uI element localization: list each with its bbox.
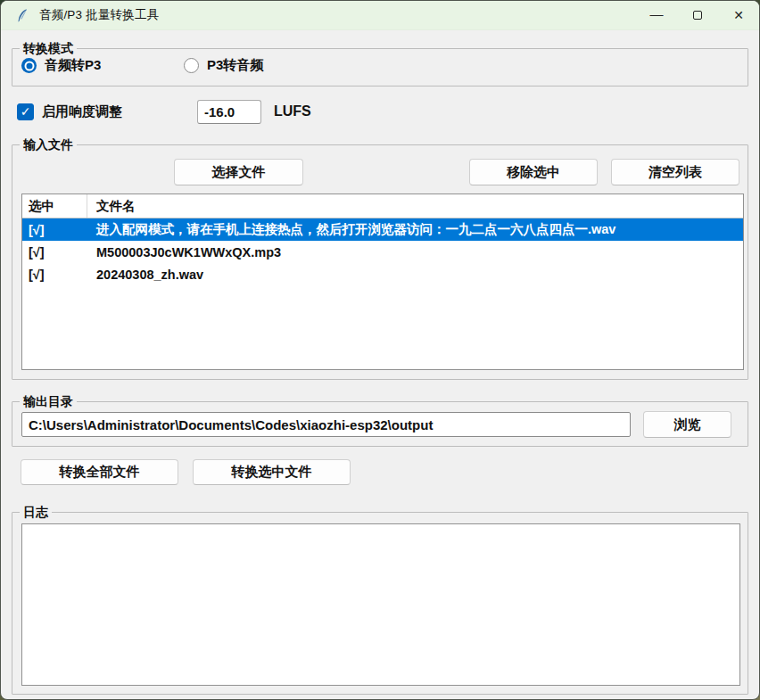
row-check-cell: [√] — [22, 245, 87, 259]
lufs-input[interactable] — [197, 100, 261, 124]
window-title: 音频/P3 批量转换工具 — [39, 7, 159, 23]
radio-p3-to-audio[interactable]: P3转音频 — [184, 57, 263, 74]
output-dir-label: 输出目录 — [20, 393, 77, 409]
browse-button[interactable]: 浏览 — [643, 411, 731, 438]
minimize-icon: — — [650, 7, 664, 21]
log-textarea[interactable] — [21, 523, 740, 686]
row-filename-cell: 20240308_zh.wav — [87, 268, 743, 282]
loudness-checkbox[interactable]: ✓ — [17, 103, 34, 120]
check-icon: ✓ — [21, 105, 31, 118]
table-row[interactable]: [√] M500003J0cWK1WWxQX.mp3 — [22, 241, 743, 263]
conversion-mode-label: 转换模式 — [20, 40, 77, 56]
titlebar[interactable]: 音频/P3 批量转换工具 — ✕ — [1, 1, 759, 30]
radio-p3-to-audio-label: P3转音频 — [207, 57, 263, 74]
remove-selected-button[interactable]: 移除选中 — [469, 159, 598, 185]
window-controls: — ✕ — [636, 1, 759, 29]
log-label: 日志 — [20, 504, 52, 520]
client-area: 转换模式 音频转P3 P3转音频 ✓ 启用响度调整 LUFS — [1, 30, 760, 700]
column-header-filename[interactable]: 文件名 — [87, 194, 743, 218]
clear-list-button[interactable]: 清空列表 — [611, 159, 739, 185]
table-row[interactable]: [√] 20240308_zh.wav — [22, 263, 743, 285]
maximize-icon — [693, 11, 702, 20]
row-check-cell: [√] — [22, 268, 87, 282]
convert-all-button[interactable]: 转换全部文件 — [21, 459, 178, 485]
loudness-row: ✓ 启用响度调整 LUFS — [17, 99, 748, 124]
minimize-button[interactable]: — — [636, 1, 677, 29]
radio-audio-to-p3[interactable]: 音频转P3 — [21, 57, 184, 74]
output-dir-group: 输出目录 浏览 — [12, 401, 748, 447]
maximize-button[interactable] — [677, 1, 718, 29]
select-files-button[interactable]: 选择文件 — [174, 159, 303, 185]
row-filename-cell: M500003J0cWK1WWxQX.mp3 — [87, 245, 743, 259]
output-path-input[interactable] — [21, 412, 631, 437]
input-files-group: 输入文件 选择文件 移除选中 清空列表 选中 文件名 [√] 进入配网模式，请在… — [12, 144, 748, 380]
close-button[interactable]: ✕ — [718, 1, 759, 29]
mode-radio-row: 音频转P3 P3转音频 — [21, 57, 263, 74]
conversion-mode-group: 转换模式 音频转P3 P3转音频 — [12, 48, 748, 86]
file-table-header: 选中 文件名 — [22, 194, 743, 218]
app-window: 音频/P3 批量转换工具 — ✕ 转换模式 音频转P3 — [0, 0, 760, 700]
convert-selected-button[interactable]: 转换选中文件 — [193, 459, 351, 485]
radio-unselected-icon — [184, 58, 199, 73]
input-files-label: 输入文件 — [20, 136, 77, 152]
lufs-unit-label: LUFS — [274, 103, 311, 119]
log-group: 日志 — [12, 512, 748, 695]
table-row[interactable]: [√] 进入配网模式，请在手机上连接热点，然后打开浏览器访问：一九二点一六八点四… — [22, 218, 743, 241]
python-app-icon — [15, 8, 30, 23]
radio-audio-to-p3-label: 音频转P3 — [45, 57, 101, 74]
loudness-checkbox-label: 启用响度调整 — [42, 103, 122, 120]
radio-selected-icon — [21, 58, 37, 73]
column-header-checked[interactable]: 选中 — [22, 194, 87, 218]
file-table: 选中 文件名 [√] 进入配网模式，请在手机上连接热点，然后打开浏览器访问：一九… — [21, 194, 744, 370]
row-filename-cell: 进入配网模式，请在手机上连接热点，然后打开浏览器访问：一九二点一六八点四点一.w… — [87, 221, 743, 238]
close-icon: ✕ — [733, 9, 744, 21]
row-check-cell: [√] — [22, 223, 87, 237]
